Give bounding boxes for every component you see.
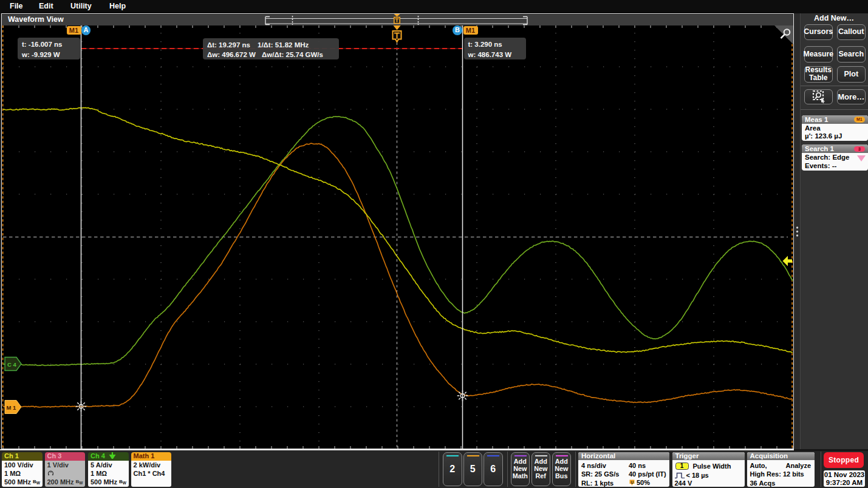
svg-text:U: U bbox=[630, 480, 634, 484]
